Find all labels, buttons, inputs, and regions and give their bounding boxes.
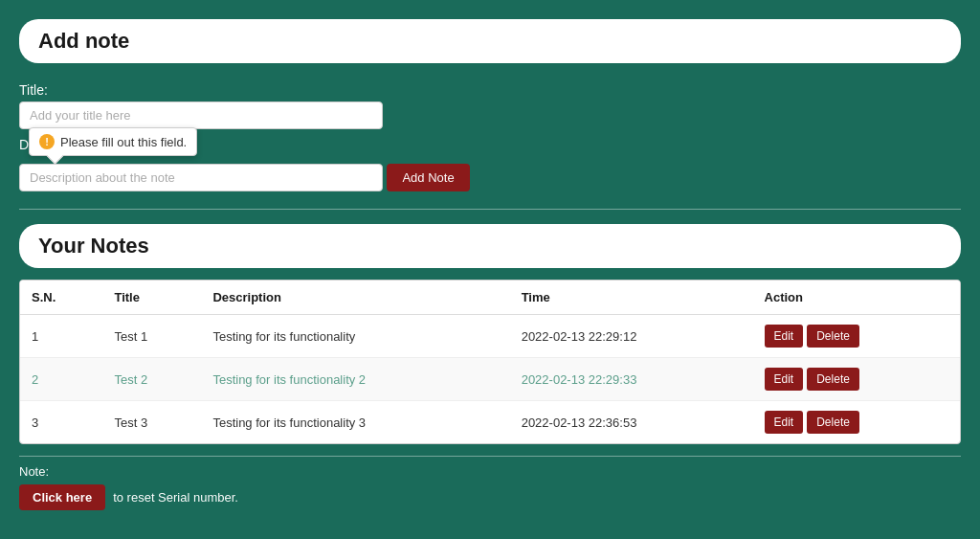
- click-here-button[interactable]: Click here: [19, 484, 105, 510]
- add-note-button[interactable]: Add Note: [387, 164, 469, 191]
- cell-time: 2022-02-13 22:29:12: [510, 315, 753, 358]
- warning-icon: !: [39, 134, 55, 149]
- col-description: Description: [201, 281, 509, 315]
- cell-description: Testing for its functionality 2: [201, 358, 509, 401]
- cell-description: Testing for its functionality 3: [201, 401, 509, 444]
- your-notes-header-box: Your Notes: [19, 224, 961, 268]
- cell-title: Test 2: [102, 358, 201, 401]
- notes-table: S.N. Title Description Time Action 1Test…: [20, 281, 960, 443]
- tooltip-message: Please fill out this field.: [60, 135, 187, 149]
- footer-reset-text: to reset Serial number.: [113, 490, 238, 505]
- add-note-header-box: Add note: [19, 19, 961, 63]
- add-note-form: Title: Description: ! Please fill out th…: [19, 78, 961, 210]
- action-buttons: EditDelete: [765, 325, 948, 348]
- table-header-row: S.N. Title Description Time Action: [20, 281, 960, 315]
- action-buttons: EditDelete: [765, 368, 948, 391]
- cell-time: 2022-02-13 22:36:53: [510, 401, 753, 444]
- edit-button[interactable]: Edit: [765, 368, 804, 391]
- cell-title: Test 1: [102, 315, 201, 358]
- edit-button[interactable]: Edit: [765, 411, 804, 434]
- title-input[interactable]: [19, 101, 383, 129]
- delete-button[interactable]: Delete: [807, 368, 859, 391]
- footer-note-label: Note:: [19, 464, 961, 479]
- tooltip-popup: ! Please fill out this field.: [29, 127, 197, 156]
- cell-sn: 1: [20, 315, 102, 358]
- cell-description: Testing for its functionality: [201, 315, 509, 358]
- main-container: Add note Title: Description: ! Please fi…: [19, 19, 961, 510]
- add-note-title: Add note: [38, 29, 942, 54]
- table-row: 1Test 1Testing for its functionality2022…: [20, 315, 960, 358]
- cell-action: EditDelete: [753, 315, 960, 358]
- col-title: Title: [102, 281, 201, 315]
- cell-time: 2022-02-13 22:29:33: [510, 358, 753, 401]
- action-buttons: EditDelete: [765, 411, 948, 434]
- cell-action: EditDelete: [753, 401, 960, 444]
- your-notes-title: Your Notes: [38, 234, 942, 258]
- col-sn: S.N.: [20, 281, 102, 315]
- cell-sn: 3: [20, 401, 102, 444]
- table-row: 2Test 2Testing for its functionality 220…: [20, 358, 960, 401]
- col-action: Action: [753, 281, 960, 315]
- footer-note-row: Click here to reset Serial number.: [19, 484, 961, 510]
- cell-action: EditDelete: [753, 358, 960, 401]
- edit-button[interactable]: Edit: [765, 325, 804, 348]
- col-time: Time: [510, 281, 753, 315]
- description-input[interactable]: [19, 164, 383, 191]
- cell-title: Test 3: [102, 401, 201, 444]
- delete-button[interactable]: Delete: [807, 411, 859, 434]
- title-label: Title:: [19, 82, 961, 98]
- footer-note-section: Note: Click here to reset Serial number.: [19, 456, 961, 510]
- notes-table-container: S.N. Title Description Time Action 1Test…: [19, 280, 961, 444]
- table-row: 3Test 3Testing for its functionality 320…: [20, 401, 960, 444]
- description-tooltip-container: ! Please fill out this field.: [19, 164, 383, 199]
- cell-sn: 2: [20, 358, 102, 401]
- delete-button[interactable]: Delete: [807, 325, 859, 348]
